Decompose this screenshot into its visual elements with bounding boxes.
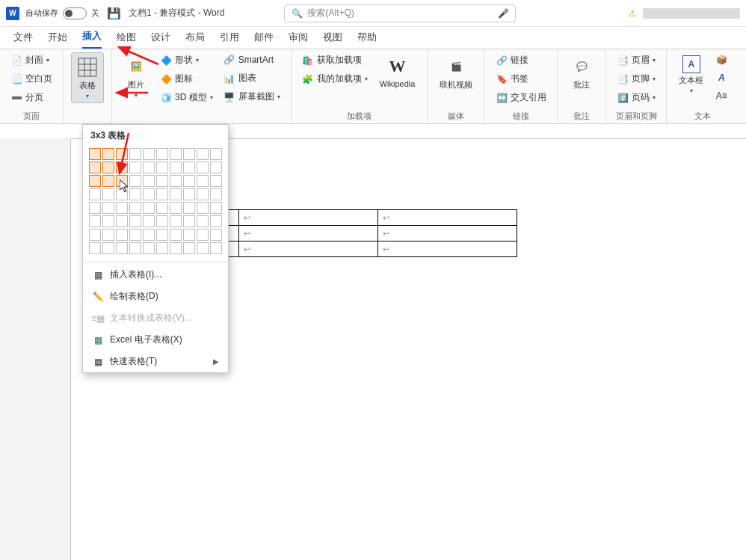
grid-cell[interactable] [183,242,195,254]
grid-cell[interactable] [143,242,155,254]
toggle-switch-icon[interactable] [63,7,87,19]
autosave-toggle[interactable]: 自动保存 关 [25,7,99,19]
grid-cell[interactable] [170,175,182,187]
grid-cell[interactable] [210,188,222,200]
search-input[interactable]: 🔍 搜索(Alt+Q) 🎤 [284,4,516,22]
tab-draw[interactable]: 绘图 [117,28,136,49]
grid-cell[interactable] [102,161,114,173]
grid-cell[interactable] [102,242,114,254]
grid-cell[interactable] [102,215,114,227]
grid-cell[interactable] [89,175,101,187]
page-number-button[interactable]: #️⃣页码▾ [614,90,659,105]
grid-cell[interactable] [197,215,209,227]
smartart-button[interactable]: 🔗SmartArt [221,52,283,67]
grid-cell[interactable] [170,202,182,214]
grid-cell[interactable] [197,161,209,173]
grid-cell[interactable] [183,229,195,241]
grid-cell[interactable] [129,161,141,173]
grid-cell[interactable] [210,161,222,173]
grid-cell[interactable] [156,175,168,187]
grid-cell[interactable] [102,229,114,241]
grid-cell[interactable] [197,229,209,241]
grid-cell[interactable] [210,229,222,241]
textbox-button[interactable]: A 文本框 ▾ [674,52,708,97]
grid-cell[interactable] [129,242,141,254]
get-addins-button[interactable]: 🛍️获取加载项 [299,52,371,68]
grid-cell[interactable] [116,175,128,187]
grid-cell[interactable] [210,175,222,187]
bookmark-button[interactable]: 🔖书签 [493,71,549,87]
grid-cell[interactable] [210,202,222,214]
grid-cell[interactable] [129,148,141,160]
grid-cell[interactable] [116,202,128,214]
chart-button[interactable]: 📊图表 [221,70,283,86]
grid-cell[interactable] [170,242,182,254]
save-icon[interactable]: 💾 [107,7,121,20]
icons-button[interactable]: 🔶图标 [157,71,216,87]
grid-cell[interactable] [156,188,168,200]
tab-design[interactable]: 设计 [151,28,170,49]
grid-cell[interactable] [129,229,141,241]
table-button[interactable]: 表格 ▾ [71,52,104,103]
grid-cell[interactable] [143,175,155,187]
page-break-button[interactable]: ➖分页 [7,90,55,105]
tab-view[interactable]: 视图 [323,28,342,49]
grid-cell[interactable] [210,215,222,227]
grid-cell[interactable] [210,148,222,160]
grid-cell[interactable] [143,188,155,200]
grid-cell[interactable] [156,161,168,173]
blank-page-button[interactable]: 📃空白页 [7,71,55,87]
tab-file[interactable]: 文件 [13,28,33,49]
grid-cell[interactable] [129,202,141,214]
tab-home[interactable]: 开始 [48,28,67,49]
header-button[interactable]: 📑页眉▾ [614,52,659,68]
grid-cell[interactable] [197,175,209,187]
cross-reference-button[interactable]: ↔️交叉引用 [493,90,549,105]
grid-cell[interactable] [143,215,155,227]
grid-cell[interactable] [116,148,128,160]
grid-cell[interactable] [197,202,209,214]
grid-cell[interactable] [116,215,128,227]
grid-cell[interactable] [197,242,209,254]
grid-cell[interactable] [143,161,155,173]
quick-tables-menu[interactable]: ▦快速表格(T)▶ [83,351,228,372]
grid-cell[interactable] [89,215,101,227]
grid-cell[interactable] [170,188,182,200]
grid-cell[interactable] [102,188,114,200]
wordart-button[interactable]: A [712,70,730,85]
grid-cell[interactable] [89,242,101,254]
tab-insert[interactable]: 插入 [82,26,102,49]
tab-help[interactable]: 帮助 [357,28,377,49]
grid-cell[interactable] [183,215,195,227]
grid-cell[interactable] [170,215,182,227]
warning-icon[interactable]: ⚠ [629,8,637,19]
link-button[interactable]: 🔗链接 [493,52,549,68]
tab-references[interactable]: 引用 [220,28,239,49]
grid-cell[interactable] [156,215,168,227]
quickparts-button[interactable]: 📦 [712,52,730,67]
3dmodel-button[interactable]: 🧊3D 模型▾ [157,90,216,105]
screenshot-button[interactable]: 🖥️屏幕截图▾ [221,89,283,105]
grid-cell[interactable] [129,188,141,200]
grid-cell[interactable] [197,188,209,200]
grid-cell[interactable] [102,175,114,187]
grid-cell[interactable] [156,229,168,241]
grid-cell[interactable] [116,188,128,200]
grid-cell[interactable] [102,148,114,160]
grid-cell[interactable] [183,148,195,160]
user-account[interactable] [643,8,740,19]
comment-button[interactable]: 💬 批注 [565,52,598,93]
tab-review[interactable]: 审阅 [289,28,308,49]
grid-cell[interactable] [156,242,168,254]
grid-cell[interactable] [170,229,182,241]
online-video-button[interactable]: 🎬 联机视频 [435,52,477,93]
grid-cell[interactable] [197,148,209,160]
grid-cell[interactable] [89,161,101,173]
grid-cell[interactable] [183,202,195,214]
grid-cell[interactable] [143,202,155,214]
grid-cell[interactable] [116,229,128,241]
grid-cell[interactable] [210,242,222,254]
my-addins-button[interactable]: 🧩我的加载项▾ [299,71,371,87]
grid-cell[interactable] [183,161,195,173]
grid-cell[interactable] [116,242,128,254]
